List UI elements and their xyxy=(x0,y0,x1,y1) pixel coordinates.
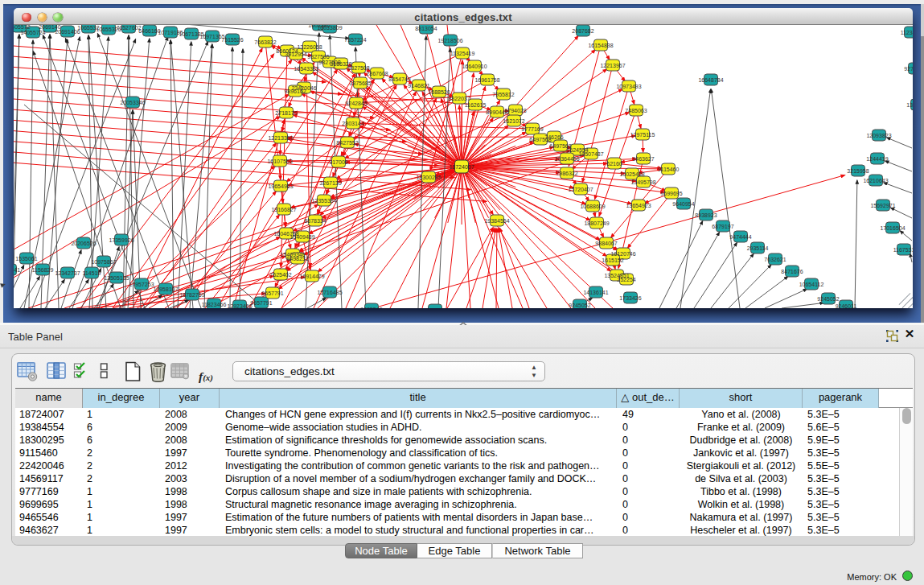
svg-text:9884067: 9884067 xyxy=(595,241,617,246)
svg-text:8813054: 8813054 xyxy=(415,26,437,31)
svg-text:10025438: 10025438 xyxy=(619,171,644,177)
svg-text:1167531: 1167531 xyxy=(893,247,913,253)
svg-text:13495798: 13495798 xyxy=(630,179,655,185)
svg-text:16961758: 16961758 xyxy=(474,77,499,83)
svg-text:1244419: 1244419 xyxy=(866,156,888,162)
svg-text:12213967: 12213967 xyxy=(600,63,625,68)
svg-text:14055724: 14055724 xyxy=(20,30,45,35)
svg-text:7515526: 7515526 xyxy=(221,37,243,43)
svg-text:19384554: 19384554 xyxy=(484,218,509,224)
svg-text:1615152: 1615152 xyxy=(602,257,623,263)
svg-text:9463627: 9463627 xyxy=(632,156,654,162)
svg-text:10958107: 10958107 xyxy=(153,286,178,292)
svg-text:917006: 917006 xyxy=(329,159,347,165)
svg-text:11325419: 11325419 xyxy=(450,51,475,56)
svg-text:3375685: 3375685 xyxy=(349,80,371,86)
svg-text:18300295: 18300295 xyxy=(416,175,441,180)
svg-text:1535061: 1535061 xyxy=(15,256,37,262)
svg-text:1342267: 1342267 xyxy=(906,102,913,108)
svg-text:3912954: 3912954 xyxy=(285,51,306,57)
svg-text:8878334: 8878334 xyxy=(304,218,326,224)
svg-text:16914479: 16914479 xyxy=(299,274,324,279)
svg-text:17016504: 17016504 xyxy=(880,225,905,231)
svg-text:1162615: 1162615 xyxy=(465,102,487,108)
svg-text:6879197: 6879197 xyxy=(712,224,733,229)
svg-text:2867608: 2867608 xyxy=(366,71,388,76)
svg-text:12923466: 12923466 xyxy=(227,303,252,309)
svg-text:16154838: 16154838 xyxy=(588,43,613,48)
svg-text:62160: 62160 xyxy=(606,161,622,167)
svg-text:2087682: 2087682 xyxy=(572,28,593,34)
svg-text:18807249: 18807249 xyxy=(584,220,609,226)
svg-text:16210643: 16210643 xyxy=(863,178,888,183)
svg-text:8938923: 8938923 xyxy=(695,212,717,218)
svg-text:16033809: 16033809 xyxy=(317,25,342,31)
svg-text:2935114: 2935114 xyxy=(747,245,769,251)
svg-text:16107553: 16107553 xyxy=(267,159,292,164)
svg-text:11823466: 11823466 xyxy=(202,302,227,307)
svg-text:3215958: 3215958 xyxy=(847,168,869,174)
svg-text:20206526: 20206526 xyxy=(71,241,96,246)
svg-text:1621072: 1621072 xyxy=(503,118,524,124)
svg-text:8454749: 8454749 xyxy=(388,76,410,82)
svg-text:12355394: 12355394 xyxy=(311,198,336,204)
svg-text:7632621: 7632621 xyxy=(764,257,786,262)
svg-text:20053346: 20053346 xyxy=(120,100,145,105)
svg-text:16120746: 16120746 xyxy=(610,251,635,257)
svg-text:746266: 746266 xyxy=(544,134,563,140)
svg-text:8471676: 8471676 xyxy=(781,269,803,274)
svg-text:3267130: 3267130 xyxy=(319,180,341,186)
svg-text:20691406: 20691406 xyxy=(55,29,80,35)
svg-text:9657791: 9657791 xyxy=(250,300,272,306)
svg-text:19218506: 19218506 xyxy=(437,38,462,43)
svg-text:9242845: 9242845 xyxy=(345,101,367,106)
svg-text:10975867: 10975867 xyxy=(91,259,116,265)
svg-text:6794028: 6794028 xyxy=(504,108,526,113)
svg-text:9640954: 9640954 xyxy=(672,201,694,207)
svg-text:1733426: 1733426 xyxy=(619,295,641,301)
svg-text:10507487: 10507487 xyxy=(578,151,603,157)
svg-text:12093823: 12093823 xyxy=(866,133,891,138)
svg-text:9699695: 9699695 xyxy=(660,191,682,196)
svg-text:9657791: 9657791 xyxy=(261,290,283,296)
svg-text:16782759: 16782759 xyxy=(179,292,204,298)
svg-text:19654963: 19654963 xyxy=(268,183,293,189)
svg-text:9465546: 9465546 xyxy=(360,307,382,309)
svg-text:17957253: 17957253 xyxy=(129,282,154,287)
svg-text:9245052: 9245052 xyxy=(569,303,590,308)
svg-text:20364456: 20364456 xyxy=(554,156,579,162)
svg-text:7357224: 7357224 xyxy=(344,37,366,43)
svg-text:8322037: 8322037 xyxy=(448,96,470,101)
svg-text:13226058: 13226058 xyxy=(297,44,322,50)
svg-text:12505135: 12505135 xyxy=(104,275,129,281)
svg-text:15720407: 15720407 xyxy=(568,187,593,192)
svg-text:114519: 114519 xyxy=(83,270,101,276)
svg-text:71527602: 71527602 xyxy=(116,25,141,31)
svg-text:15716485: 15716485 xyxy=(317,290,342,295)
svg-text:12213369: 12213369 xyxy=(268,135,293,141)
svg-text:9474444: 9474444 xyxy=(729,234,751,240)
svg-text:1123456: 1123456 xyxy=(901,30,913,35)
svg-text:12023445: 12023445 xyxy=(422,307,447,309)
svg-text:12975115: 12975115 xyxy=(630,132,655,138)
svg-text:18724007: 18724007 xyxy=(449,164,474,170)
svg-text:19166827: 19166827 xyxy=(271,207,296,212)
svg-text:10973493: 10973493 xyxy=(616,84,641,89)
svg-text:9498232: 9498232 xyxy=(286,256,308,262)
svg-text:9896162: 9896162 xyxy=(284,89,306,94)
svg-text:10688609: 10688609 xyxy=(580,204,605,209)
svg-text:7663822: 7663822 xyxy=(254,39,276,45)
svg-text:2803144: 2803144 xyxy=(342,121,363,126)
svg-text:8186328: 8186328 xyxy=(330,61,351,67)
svg-text:8427552: 8427552 xyxy=(336,140,358,146)
svg-text:16640910: 16640910 xyxy=(462,64,487,69)
svg-text:7986322: 7986322 xyxy=(556,171,577,176)
svg-text:9246011: 9246011 xyxy=(836,303,857,309)
svg-text:7955812: 7955812 xyxy=(492,92,514,97)
svg-text:17359926: 17359926 xyxy=(109,237,133,243)
svg-text:9245052: 9245052 xyxy=(817,296,839,302)
svg-text:9115460: 9115460 xyxy=(658,167,680,172)
svg-text:10654112: 10654112 xyxy=(799,282,824,287)
svg-text:16543362: 16543362 xyxy=(294,66,318,72)
svg-text:14136141: 14136141 xyxy=(583,290,608,295)
